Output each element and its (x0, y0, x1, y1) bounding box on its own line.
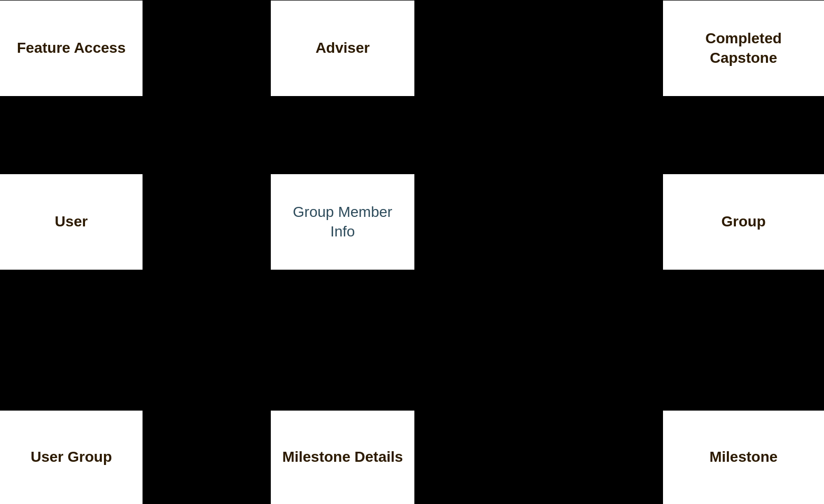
node-milestone[interactable]: Milestone (663, 411, 824, 504)
node-group-member-info[interactable]: Group Member Info (271, 174, 414, 270)
node-completed-capstone[interactable]: Completed Capstone (663, 1, 824, 96)
node-label-group-member-info: Group Member Info (281, 203, 404, 241)
node-group[interactable]: Group (663, 174, 824, 270)
node-label-adviser: Adviser (316, 39, 370, 58)
node-feature-access[interactable]: Feature Access (0, 1, 143, 96)
node-user[interactable]: User (0, 174, 143, 270)
node-label-group: Group (722, 212, 766, 231)
node-label-milestone-details: Milestone Details (282, 448, 403, 467)
node-user-group[interactable]: User Group (0, 411, 143, 504)
node-milestone-details[interactable]: Milestone Details (271, 411, 414, 504)
node-label-user: User (55, 212, 88, 231)
node-adviser[interactable]: Adviser (271, 1, 414, 96)
node-label-milestone: Milestone (709, 448, 778, 467)
node-label-completed-capstone: Completed Capstone (674, 29, 813, 68)
node-label-user-group: User Group (31, 448, 112, 467)
diagram-container: Feature AccessAdviserCompleted CapstoneU… (0, 0, 824, 504)
node-label-feature-access: Feature Access (17, 39, 126, 58)
